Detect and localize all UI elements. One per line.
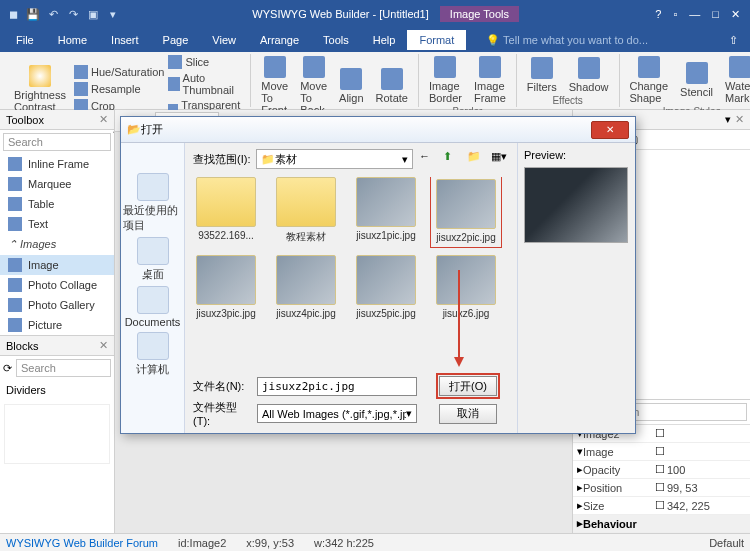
- stencil-button[interactable]: Stencil: [676, 60, 717, 100]
- dropdown-icon[interactable]: ▾: [104, 5, 122, 23]
- menu-home[interactable]: Home: [46, 30, 99, 50]
- align-button[interactable]: Align: [335, 66, 367, 106]
- undo-icon[interactable]: ↶: [44, 5, 62, 23]
- blocks-close-icon[interactable]: ✕: [99, 339, 108, 352]
- item-icon: [8, 298, 22, 312]
- menu-format[interactable]: Format: [407, 30, 466, 50]
- toolbox-item[interactable]: Photo Collage: [0, 275, 114, 295]
- menu-help[interactable]: Help: [361, 30, 408, 50]
- minimize-icon[interactable]: —: [689, 8, 700, 21]
- file-item[interactable]: jisuxz3pic.jpg: [193, 255, 259, 319]
- image-frame-button[interactable]: Image Frame: [470, 54, 510, 106]
- rotate-button[interactable]: Rotate: [372, 66, 412, 106]
- title-bar: ◼ 💾 ↶ ↷ ▣ ▾ WYSIWYG Web Builder - [Untit…: [0, 0, 750, 28]
- brightness-contrast-button[interactable]: Brightness Contrast: [10, 63, 70, 115]
- back-icon: [303, 56, 325, 78]
- places-item[interactable]: 桌面: [121, 235, 184, 284]
- move-to-back-button[interactable]: Move To Back: [296, 54, 331, 118]
- auto-thumbnail-button[interactable]: Auto Thumbnail: [168, 71, 244, 97]
- filters-button[interactable]: Filters: [523, 55, 561, 95]
- file-item[interactable]: jisuxz1pic.jpg: [353, 177, 419, 245]
- share-icon[interactable]: ⇧: [721, 34, 746, 47]
- cancel-button[interactable]: 取消: [439, 404, 497, 424]
- new-folder-icon[interactable]: 📁: [467, 150, 485, 168]
- places-item[interactable]: Documents: [121, 284, 184, 330]
- dialog-title-bar[interactable]: 📂 打开 ✕: [121, 117, 635, 143]
- menu-arrange[interactable]: Arrange: [248, 30, 311, 50]
- blocks-refresh-icon[interactable]: ⟳: [3, 362, 12, 375]
- folder-icon: 📁: [261, 153, 275, 166]
- view-menu-icon[interactable]: ▦▾: [491, 150, 509, 168]
- chevron-down-icon: ▾: [402, 153, 408, 166]
- lookin-combo[interactable]: 📁 素材▾: [256, 149, 413, 169]
- menu-insert[interactable]: Insert: [99, 30, 151, 50]
- save-icon[interactable]: 💾: [24, 5, 42, 23]
- filename-label: 文件名(N):: [193, 379, 249, 394]
- filetype-combo[interactable]: All Web Images (*.gif,*.jpg,*.jpeg,*.▾: [257, 404, 417, 423]
- toolbox-item[interactable]: Table: [0, 194, 114, 214]
- brightness-icon: [29, 65, 51, 87]
- block-preview[interactable]: [4, 404, 110, 464]
- up-icon[interactable]: ⬆: [443, 150, 461, 168]
- filetype-label: 文件类型(T):: [193, 400, 249, 427]
- file-item[interactable]: jisuxz5pic.jpg: [353, 255, 419, 319]
- places-item[interactable]: 计算机: [121, 330, 184, 379]
- align-icon: [340, 68, 362, 90]
- slice-button[interactable]: Slice: [168, 54, 244, 70]
- dialog-close-button[interactable]: ✕: [591, 121, 629, 139]
- toolbox-search-input[interactable]: Search: [3, 133, 111, 151]
- hue-saturation-button[interactable]: Hue/Saturation: [74, 64, 164, 80]
- blocks-dividers-label[interactable]: Dividers: [0, 380, 114, 400]
- toolbox-category-images[interactable]: ⌃ Images: [0, 234, 114, 255]
- preview-icon[interactable]: ▣: [84, 5, 102, 23]
- file-item[interactable]: 教程素材: [273, 177, 339, 245]
- shadow-button[interactable]: Shadow: [565, 55, 613, 95]
- manager-close-icon[interactable]: ✕: [735, 113, 744, 126]
- preview-label: Preview:: [524, 149, 629, 161]
- menu-file[interactable]: File: [4, 30, 46, 50]
- dialog-title: 打开: [141, 122, 591, 137]
- back-icon[interactable]: ←: [419, 150, 437, 168]
- file-item[interactable]: jisuxz6.jpg: [433, 255, 499, 319]
- change-shape-button[interactable]: Change Shape: [626, 54, 673, 106]
- item-icon: [8, 258, 22, 272]
- property-row[interactable]: ▸ Position☐99, 53: [573, 479, 750, 497]
- image-border-button[interactable]: Image Border: [425, 54, 466, 106]
- maximize-icon[interactable]: □: [712, 8, 719, 21]
- property-row[interactable]: ▸ Opacity☐100: [573, 461, 750, 479]
- menu-view[interactable]: View: [200, 30, 248, 50]
- watermark-button[interactable]: Water Mark: [721, 54, 750, 106]
- help-icon[interactable]: ?: [655, 8, 661, 21]
- ribbon-group-image-styles: Change Shape Stencil Water Mark Image St…: [620, 54, 751, 107]
- restore-icon[interactable]: ▫: [673, 8, 677, 21]
- move-to-front-button[interactable]: Move To Front: [257, 54, 292, 118]
- blocks-search-input[interactable]: Search: [16, 359, 111, 377]
- menu-page[interactable]: Page: [151, 30, 201, 50]
- place-icon: [137, 286, 169, 314]
- prop-category-behaviour[interactable]: ▸ Behaviour: [573, 515, 750, 533]
- property-row[interactable]: ▾ Image☐: [573, 443, 750, 461]
- menu-tools[interactable]: Tools: [311, 30, 361, 50]
- app-icon: ◼: [4, 5, 22, 23]
- toolbox-item[interactable]: Image: [0, 255, 114, 275]
- filename-input[interactable]: [257, 377, 417, 396]
- tell-me-box[interactable]: 💡 Tell me what you want to do...: [466, 34, 721, 47]
- close-icon[interactable]: ✕: [731, 8, 740, 21]
- toolbox-item[interactable]: Picture: [0, 315, 114, 335]
- open-button[interactable]: 打开(O): [439, 376, 497, 396]
- forum-link[interactable]: WYSIWYG Web Builder Forum: [6, 537, 158, 549]
- toolbox-item[interactable]: Marquee: [0, 174, 114, 194]
- toolbox-close-icon[interactable]: ✕: [99, 113, 108, 126]
- toolbox-item[interactable]: Inline Frame: [0, 154, 114, 174]
- toolbox-item[interactable]: Text: [0, 214, 114, 234]
- property-row[interactable]: ▸ Size☐342, 225: [573, 497, 750, 515]
- redo-icon[interactable]: ↷: [64, 5, 82, 23]
- resample-button[interactable]: Resample: [74, 81, 164, 97]
- manager-pin-icon[interactable]: ▾: [725, 113, 731, 126]
- file-item[interactable]: 93522.169...: [193, 177, 259, 245]
- file-item[interactable]: jisuxz2pic.jpg: [433, 177, 499, 245]
- places-item[interactable]: 最近使用的项目: [121, 171, 184, 235]
- file-item[interactable]: jisuxz4pic.jpg: [273, 255, 339, 319]
- file-list[interactable]: 93522.169...教程素材jisuxz1pic.jpgjisuxz2pic…: [193, 177, 509, 370]
- toolbox-item[interactable]: Photo Gallery: [0, 295, 114, 315]
